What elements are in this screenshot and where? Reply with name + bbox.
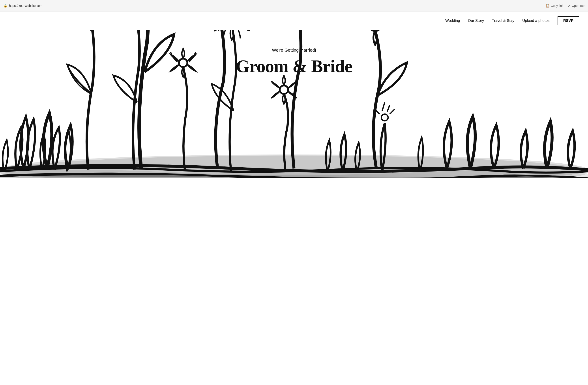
copy-icon: 📋 [546, 4, 549, 7]
open-tab-icon: ↗ [568, 4, 570, 7]
flowers-container [0, 94, 588, 178]
address-bar: 🔒 https://YourWebsite.com [3, 4, 42, 7]
navbar: Wedding Our Story Travel & Stay Upload a… [0, 11, 588, 30]
copy-link-button[interactable]: 📋 Copy link [546, 4, 564, 7]
nav-travel-stay[interactable]: Travel & Stay [492, 19, 514, 23]
browser-chrome: 🔒 https://YourWebsite.com 📋 Copy link ↗ … [0, 0, 588, 11]
open-tab-label: Open tab [572, 4, 585, 7]
nav-our-story[interactable]: Our Story [468, 19, 484, 23]
url-text: https://YourWebsite.com [9, 4, 42, 7]
nav-wedding[interactable]: Wedding [445, 19, 460, 23]
copy-link-label: Copy link [551, 4, 564, 7]
svg-point-8 [369, 30, 381, 31]
website: Wedding Our Story Travel & Stay Upload a… [0, 11, 588, 385]
nav-upload-photos[interactable]: Upload a photos [522, 19, 550, 23]
hero-section: We're Getting Married! Groom & Bride [0, 30, 588, 184]
ground-shadow [118, 169, 470, 178]
open-tab-button[interactable]: ↗ Open tab [568, 4, 585, 7]
flowers-right-illustration [0, 30, 588, 178]
lock-icon: 🔒 [3, 4, 7, 7]
nav-rsvp-button[interactable]: RSVP [558, 16, 579, 25]
browser-actions: 📋 Copy link ↗ Open tab [546, 4, 585, 7]
